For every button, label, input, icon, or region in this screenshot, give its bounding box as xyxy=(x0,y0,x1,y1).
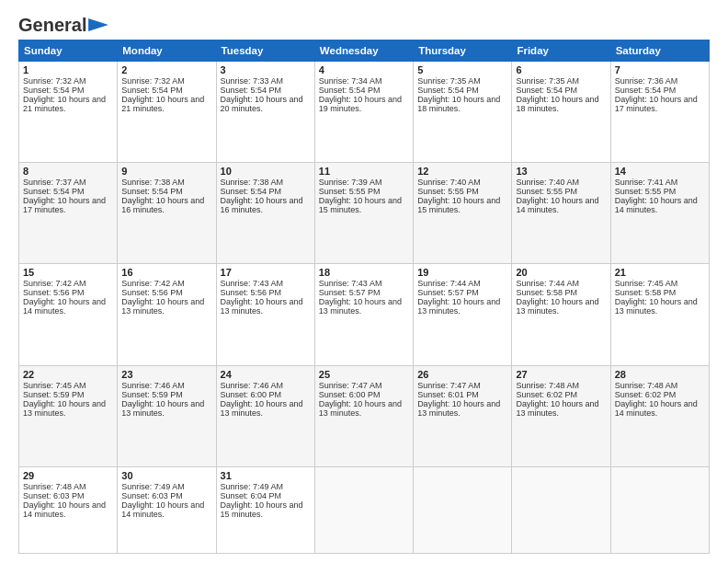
day-number: 23 xyxy=(121,369,211,380)
sunset-text: Sunset: 5:54 PM xyxy=(23,86,85,95)
sunrise-text: Sunrise: 7:38 AM xyxy=(221,178,284,187)
sunset-text: Sunset: 5:54 PM xyxy=(23,187,85,196)
calendar-cell: 30Sunrise: 7:49 AMSunset: 6:03 PMDayligh… xyxy=(118,466,216,553)
sunrise-text: Sunrise: 7:35 AM xyxy=(417,76,481,86)
calendar-week-row: 8Sunrise: 7:37 AMSunset: 5:54 PMDaylight… xyxy=(19,163,710,264)
day-number: 27 xyxy=(516,369,606,380)
weekday-header: Monday xyxy=(118,40,216,62)
daylight-text: Daylight: 10 hours and 13 minutes. xyxy=(221,399,303,418)
daylight-text: Daylight: 10 hours and 13 minutes. xyxy=(319,297,402,316)
day-number: 15 xyxy=(23,267,113,278)
sunset-text: Sunset: 5:56 PM xyxy=(23,288,85,297)
daylight-text: Daylight: 10 hours and 13 minutes. xyxy=(417,297,500,316)
sunrise-text: Sunrise: 7:33 AM xyxy=(221,76,284,86)
daylight-text: Daylight: 10 hours and 13 minutes. xyxy=(23,399,106,418)
weekday-header: Tuesday xyxy=(216,40,314,62)
day-number: 24 xyxy=(221,369,311,380)
day-number: 9 xyxy=(121,166,211,177)
calendar-cell: 4Sunrise: 7:34 AMSunset: 5:54 PMDaylight… xyxy=(314,62,413,163)
sunrise-text: Sunrise: 7:42 AM xyxy=(23,279,86,288)
sunrise-text: Sunrise: 7:43 AM xyxy=(221,279,284,288)
calendar-table: SundayMondayTuesdayWednesdayThursdayFrid… xyxy=(18,40,710,554)
day-number: 31 xyxy=(221,470,311,481)
sunrise-text: Sunrise: 7:49 AM xyxy=(221,482,284,491)
daylight-text: Daylight: 10 hours and 19 minutes. xyxy=(319,95,402,113)
sunrise-text: Sunrise: 7:41 AM xyxy=(615,178,678,187)
calendar-cell: 20Sunrise: 7:44 AMSunset: 5:58 PMDayligh… xyxy=(512,264,610,365)
logo-general: General xyxy=(18,15,86,36)
sunrise-text: Sunrise: 7:39 AM xyxy=(319,178,382,187)
calendar-cell: 22Sunrise: 7:45 AMSunset: 5:59 PMDayligh… xyxy=(19,365,118,466)
daylight-text: Daylight: 10 hours and 15 minutes. xyxy=(221,500,303,519)
sunrise-text: Sunrise: 7:47 AM xyxy=(319,381,382,390)
sunset-text: Sunset: 5:54 PM xyxy=(516,86,577,95)
sunset-text: Sunset: 5:54 PM xyxy=(221,86,282,95)
daylight-text: Daylight: 10 hours and 13 minutes. xyxy=(417,399,500,418)
weekday-header: Saturday xyxy=(610,40,709,62)
calendar-cell: 7Sunrise: 7:36 AMSunset: 5:54 PMDaylight… xyxy=(610,62,709,163)
day-number: 6 xyxy=(516,64,606,75)
sunset-text: Sunset: 6:01 PM xyxy=(417,390,479,399)
weekday-header: Sunday xyxy=(19,40,118,62)
sunrise-text: Sunrise: 7:40 AM xyxy=(516,178,579,187)
day-number: 1 xyxy=(23,64,113,75)
logo-icon xyxy=(88,18,108,31)
calendar-cell: 28Sunrise: 7:48 AMSunset: 6:02 PMDayligh… xyxy=(610,365,709,466)
day-number: 21 xyxy=(615,267,705,278)
sunrise-text: Sunrise: 7:45 AM xyxy=(23,381,86,390)
sunrise-text: Sunrise: 7:37 AM xyxy=(23,178,86,187)
sunset-text: Sunset: 5:54 PM xyxy=(417,86,479,95)
sunrise-text: Sunrise: 7:44 AM xyxy=(417,279,481,288)
daylight-text: Daylight: 10 hours and 21 minutes. xyxy=(121,95,204,113)
calendar-cell: 10Sunrise: 7:38 AMSunset: 5:54 PMDayligh… xyxy=(216,163,314,264)
calendar-cell: 27Sunrise: 7:48 AMSunset: 6:02 PMDayligh… xyxy=(512,365,610,466)
day-number: 29 xyxy=(23,470,113,481)
sunrise-text: Sunrise: 7:38 AM xyxy=(121,178,185,187)
day-number: 18 xyxy=(319,267,409,278)
day-number: 28 xyxy=(615,369,705,380)
logo: General xyxy=(18,15,108,32)
sunset-text: Sunset: 5:55 PM xyxy=(319,187,381,196)
daylight-text: Daylight: 10 hours and 17 minutes. xyxy=(615,95,698,113)
calendar-cell: 12Sunrise: 7:40 AMSunset: 5:55 PMDayligh… xyxy=(414,163,512,264)
calendar-week-row: 15Sunrise: 7:42 AMSunset: 5:56 PMDayligh… xyxy=(19,264,710,365)
day-number: 4 xyxy=(319,64,409,75)
sunset-text: Sunset: 6:00 PM xyxy=(319,390,381,399)
daylight-text: Daylight: 10 hours and 16 minutes. xyxy=(221,196,303,214)
calendar-cell: 16Sunrise: 7:42 AMSunset: 5:56 PMDayligh… xyxy=(118,264,216,365)
day-number: 26 xyxy=(417,369,507,380)
calendar-cell xyxy=(512,466,610,553)
daylight-text: Daylight: 10 hours and 14 minutes. xyxy=(121,500,204,519)
day-number: 19 xyxy=(417,267,507,278)
daylight-text: Daylight: 10 hours and 13 minutes. xyxy=(319,399,402,418)
calendar-week-row: 22Sunrise: 7:45 AMSunset: 5:59 PMDayligh… xyxy=(19,365,710,466)
sunset-text: Sunset: 5:58 PM xyxy=(615,288,677,297)
sunset-text: Sunset: 6:02 PM xyxy=(615,390,677,399)
day-number: 17 xyxy=(221,267,311,278)
sunrise-text: Sunrise: 7:36 AM xyxy=(615,76,678,86)
calendar-cell: 3Sunrise: 7:33 AMSunset: 5:54 PMDaylight… xyxy=(216,62,314,163)
weekday-header-row: SundayMondayTuesdayWednesdayThursdayFrid… xyxy=(19,40,710,62)
daylight-text: Daylight: 10 hours and 14 minutes. xyxy=(615,399,698,418)
sunset-text: Sunset: 5:58 PM xyxy=(516,288,577,297)
sunset-text: Sunset: 6:03 PM xyxy=(121,491,183,500)
calendar-week-row: 1Sunrise: 7:32 AMSunset: 5:54 PMDaylight… xyxy=(19,62,710,163)
sunrise-text: Sunrise: 7:43 AM xyxy=(319,279,382,288)
calendar-cell: 24Sunrise: 7:46 AMSunset: 6:00 PMDayligh… xyxy=(216,365,314,466)
daylight-text: Daylight: 10 hours and 13 minutes. xyxy=(615,297,698,316)
daylight-text: Daylight: 10 hours and 13 minutes. xyxy=(516,297,598,316)
sunset-text: Sunset: 6:03 PM xyxy=(23,491,85,500)
daylight-text: Daylight: 10 hours and 14 minutes. xyxy=(23,297,106,316)
sunset-text: Sunset: 5:59 PM xyxy=(23,390,85,399)
sunset-text: Sunset: 5:55 PM xyxy=(516,187,577,196)
calendar-cell: 13Sunrise: 7:40 AMSunset: 5:55 PMDayligh… xyxy=(512,163,610,264)
calendar-cell: 21Sunrise: 7:45 AMSunset: 5:58 PMDayligh… xyxy=(610,264,709,365)
sunset-text: Sunset: 5:54 PM xyxy=(221,187,282,196)
daylight-text: Daylight: 10 hours and 18 minutes. xyxy=(417,95,500,113)
calendar-cell: 8Sunrise: 7:37 AMSunset: 5:54 PMDaylight… xyxy=(19,163,118,264)
sunrise-text: Sunrise: 7:40 AM xyxy=(417,178,481,187)
sunrise-text: Sunrise: 7:34 AM xyxy=(319,76,382,86)
sunset-text: Sunset: 5:54 PM xyxy=(121,86,183,95)
sunrise-text: Sunrise: 7:49 AM xyxy=(121,482,185,491)
sunset-text: Sunset: 5:54 PM xyxy=(615,86,677,95)
